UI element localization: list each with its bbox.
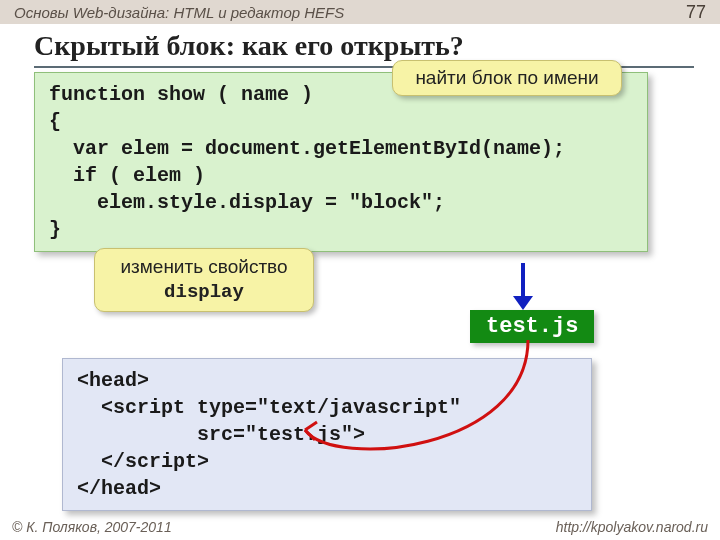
callout-line1: изменить свойство [120, 256, 287, 277]
callout-text: найти блок по имени [415, 67, 598, 88]
footer: © К. Поляков, 2007-2011 http://kpolyakov… [0, 514, 720, 540]
copyright: © К. Поляков, 2007-2011 [12, 519, 172, 535]
code-block-html: <head> <script type="text/javascript" sr… [62, 358, 592, 511]
code-block-js: function show ( name ) { var elem = docu… [34, 72, 648, 252]
file-label-text: test.js [486, 314, 578, 339]
header-bar: Основы Web-дизайна: HTML и редактор HEFS… [0, 0, 720, 24]
callout-change-display: изменить свойство display [94, 248, 314, 312]
course-name: Основы Web-дизайна: HTML и редактор HEFS [14, 4, 344, 21]
file-label: test.js [470, 310, 594, 343]
callout-find-block: найти блок по имени [392, 60, 622, 96]
callout-line2: display [164, 281, 244, 303]
arrow-down-icon [521, 263, 525, 298]
footer-url: http://kpolyakov.narod.ru [556, 519, 708, 535]
page-number: 77 [686, 2, 706, 23]
